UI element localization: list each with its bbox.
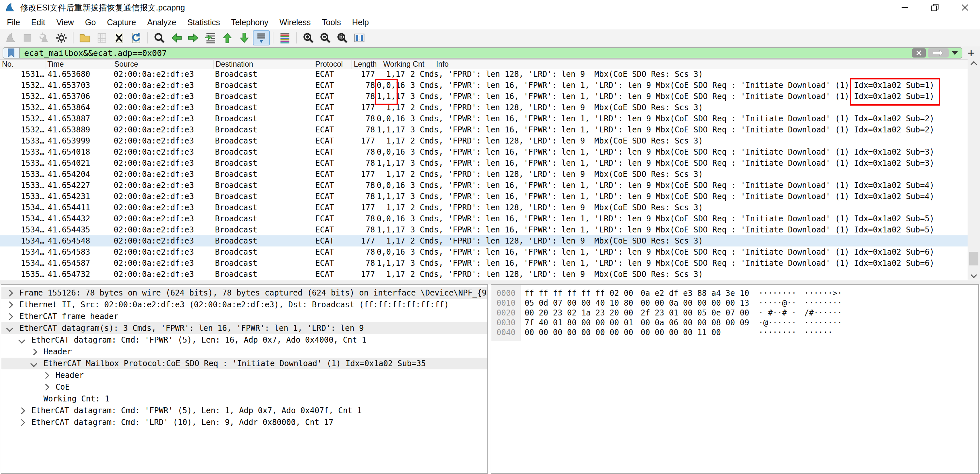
packet-row[interactable]: 1532…41.65386402:00:0a:e2:df:e3Broadcast…: [0, 102, 967, 113]
detail-tree-row[interactable]: Header: [1, 346, 487, 357]
detail-tree-row[interactable]: Frame 155126: 78 bytes on wire (624 bits…: [1, 287, 487, 299]
detail-tree-row[interactable]: EtherCAT frame header: [1, 311, 487, 322]
chevron-right-icon[interactable]: [30, 348, 37, 355]
chevron-right-icon[interactable]: [6, 313, 13, 320]
cell-info: 3 Cmds, 'FPWR': len 16, 'FPWR': len 1, '…: [410, 191, 967, 202]
restore-button[interactable]: [920, 0, 950, 15]
detail-tree-row[interactable]: CoE: [1, 381, 487, 393]
detail-tree-row[interactable]: EtherCAT Mailbox Protocol:CoE SDO Req : …: [1, 357, 487, 369]
reload-file-button[interactable]: [127, 30, 145, 45]
open-file-button[interactable]: [76, 30, 94, 45]
scrollbar-thumb[interactable]: [969, 252, 978, 265]
filter-bookmark-icon[interactable]: [3, 48, 20, 58]
detail-tree-row[interactable]: Working Cnt: 1: [1, 393, 487, 405]
chevron-right-icon[interactable]: [18, 419, 25, 426]
detail-tree-row[interactable]: EtherCAT datagram: Cmd: 'LRD' (10), Len:…: [1, 417, 487, 428]
packet-row[interactable]: 1533…41.65401802:00:0a:e2:df:e3Broadcast…: [0, 147, 967, 158]
packet-row[interactable]: 1533…41.65422702:00:0a:e2:df:e3Broadcast…: [0, 180, 967, 191]
detail-tree-row[interactable]: EtherCAT datagram: Cmd: 'FPWR' (5), Len:…: [1, 334, 487, 346]
filter-apply-icon[interactable]: [928, 48, 949, 57]
capture-options-button[interactable]: [53, 30, 70, 45]
resize-columns-button[interactable]: [351, 30, 368, 45]
packet-row[interactable]: 1534…41.65443502:00:0a:e2:df:e3Broadcast…: [0, 224, 967, 235]
menu-item-analyze[interactable]: Analyze: [142, 18, 181, 27]
hex-row[interactable]: 004000 00 00 00 00 00 00 0000 00 00 00 1…: [491, 327, 978, 337]
zoom-in-button[interactable]: [300, 30, 317, 45]
menu-item-tools[interactable]: Tools: [316, 18, 346, 27]
zoom-original-button[interactable]: [334, 30, 351, 45]
column-header-destination[interactable]: Destination: [213, 60, 313, 69]
minimize-button[interactable]: [890, 0, 920, 15]
chevron-down-icon[interactable]: [18, 337, 25, 343]
menu-item-go[interactable]: Go: [80, 18, 101, 27]
packet-row[interactable]: 1533…41.65402102:00:0a:e2:df:e3Broadcast…: [0, 158, 967, 169]
hex-row[interactable]: 002000 20 23 02 1a 23 20 002f 23 01 00 0…: [491, 308, 978, 318]
column-header-no[interactable]: No.: [0, 60, 45, 69]
chevron-down-icon[interactable]: [6, 325, 13, 332]
menu-item-telephony[interactable]: Telephony: [225, 18, 274, 27]
packet-row[interactable]: 1532…41.65370602:00:0a:e2:df:e3Broadcast…: [0, 91, 967, 102]
hex-row[interactable]: 00307f 40 01 80 00 00 00 0100 0a 06 00 0…: [491, 318, 978, 327]
zoom-out-button[interactable]: [317, 30, 334, 45]
packet-row[interactable]: 1534…41.65458302:00:0a:e2:df:e3Broadcast…: [0, 246, 967, 258]
column-header-info[interactable]: Info: [434, 60, 956, 69]
packet-list-scrollbar[interactable]: [967, 59, 980, 280]
go-to-bottom-button[interactable]: [236, 30, 253, 45]
detail-tree-row[interactable]: Ethernet II, Src: 02:00:0a:e2:df:e3 (02:…: [1, 299, 487, 311]
detail-tree-row[interactable]: Header: [1, 369, 487, 381]
chevron-right-icon[interactable]: [43, 372, 49, 379]
find-packet-button[interactable]: [151, 30, 168, 45]
column-header-working-cnt[interactable]: Working Cnt: [381, 60, 434, 69]
menu-item-view[interactable]: View: [51, 18, 80, 27]
chevron-down-icon[interactable]: [30, 360, 37, 367]
cell-protocol: ECAT: [315, 169, 350, 180]
packet-row[interactable]: 1532…41.65388902:00:0a:e2:df:e3Broadcast…: [0, 124, 967, 135]
packet-row[interactable]: 1534…41.65443202:00:0a:e2:df:e3Broadcast…: [0, 213, 967, 224]
packet-row-selected[interactable]: 1534…41.65454802:00:0a:e2:df:e3Broadcast…: [0, 235, 967, 246]
menu-item-file[interactable]: File: [1, 18, 25, 27]
column-header-source[interactable]: Source: [112, 60, 213, 69]
packet-row[interactable]: 1535…41.65473202:00:0a:e2:df:e3Broadcast…: [0, 269, 967, 280]
detail-tree-row[interactable]: EtherCAT datagram(s): 3 Cmds, 'FPWR': le…: [1, 322, 487, 334]
pane-divider[interactable]: [0, 280, 980, 284]
packet-row[interactable]: 1533…41.65423102:00:0a:e2:df:e3Broadcast…: [0, 191, 967, 202]
packet-row[interactable]: 1531…41.65368002:00:0a:e2:df:e3Broadcast…: [0, 69, 967, 80]
detail-tree-row[interactable]: EtherCAT datagram: Cmd: 'FPWR' (5), Len:…: [1, 405, 487, 417]
packet-row[interactable]: 1532…41.65388702:00:0a:e2:df:e3Broadcast…: [0, 113, 967, 124]
scrollbar-down-icon[interactable]: [967, 270, 980, 280]
menu-item-help[interactable]: Help: [347, 18, 374, 27]
filter-text[interactable]: ecat_mailbox&&ecat.adp==0x007: [24, 48, 912, 58]
column-header-length[interactable]: Length: [352, 60, 381, 69]
go-forward-button[interactable]: [185, 30, 202, 45]
close-button[interactable]: [950, 0, 980, 15]
menu-item-edit[interactable]: Edit: [25, 18, 51, 27]
menu-item-statistics[interactable]: Statistics: [181, 18, 225, 27]
go-to-top-button[interactable]: [219, 30, 236, 45]
packet-row[interactable]: 1534…41.65441102:00:0a:e2:df:e3Broadcast…: [0, 202, 967, 213]
chevron-right-icon[interactable]: [43, 384, 49, 391]
go-back-button[interactable]: [168, 30, 185, 45]
close-file-button[interactable]: [110, 30, 127, 45]
colorize-button[interactable]: [276, 30, 293, 45]
hex-row[interactable]: 0000ff ff ff ff ff ff 02 000a e2 df e3 8…: [491, 288, 978, 298]
packet-row[interactable]: 1534…41.65458702:00:0a:e2:df:e3Broadcast…: [0, 258, 967, 269]
column-header-protocol[interactable]: Protocol: [313, 60, 352, 69]
filter-dropdown-caret[interactable]: [952, 51, 958, 55]
chevron-right-icon[interactable]: [6, 302, 13, 308]
packet-row[interactable]: 1533…41.65420402:00:0a:e2:df:e3Broadcast…: [0, 169, 967, 180]
chevron-right-icon[interactable]: [6, 290, 13, 297]
scrollbar-up-icon[interactable]: [967, 59, 980, 69]
packet-row[interactable]: 1533…41.65399902:00:0a:e2:df:e3Broadcast…: [0, 135, 967, 147]
packet-row[interactable]: 1532…41.65370302:00:0a:e2:df:e3Broadcast…: [0, 80, 967, 91]
menu-item-capture[interactable]: Capture: [102, 18, 142, 27]
display-filter-input[interactable]: ecat_mailbox&&ecat.adp==0x007: [3, 48, 963, 59]
hex-row[interactable]: 001005 0d 07 00 00 40 10 8000 00 0a 00 0…: [491, 298, 978, 308]
filter-add-button[interactable]: +: [967, 46, 975, 59]
auto-scroll-button[interactable]: [253, 30, 270, 45]
menu-item-wireless[interactable]: Wireless: [274, 18, 316, 27]
go-to-packet-button[interactable]: [202, 30, 219, 45]
filter-clear-icon[interactable]: [912, 48, 926, 57]
column-header-time[interactable]: Time: [45, 60, 112, 69]
hex-ascii1: ·@······: [759, 318, 796, 327]
chevron-right-icon[interactable]: [18, 407, 25, 414]
